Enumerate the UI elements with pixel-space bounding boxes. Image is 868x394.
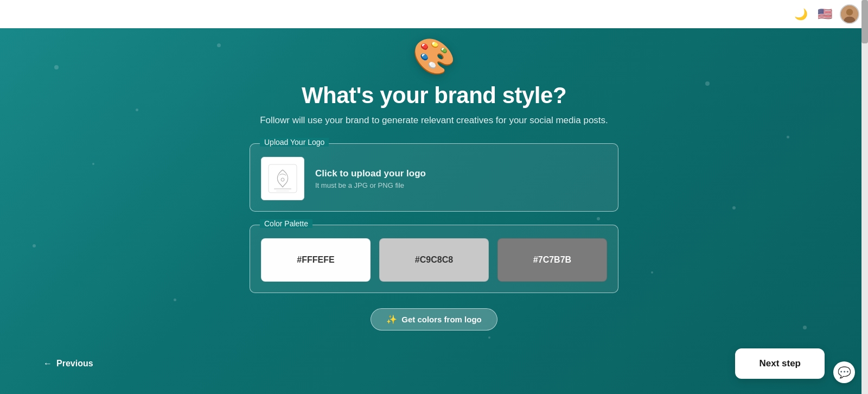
language-selector[interactable]: 🇺🇸	[816, 5, 833, 23]
scrollbar[interactable]	[861, 0, 868, 394]
palette-emoji: 🎨	[412, 39, 456, 74]
svg-rect-6	[276, 190, 289, 192]
moon-icon: 🌙	[794, 8, 808, 21]
previous-label: Previous	[56, 359, 93, 368]
magic-wand-icon: ✨	[386, 314, 397, 325]
upload-logo-section: Upload Your Logo	[250, 143, 618, 212]
user-avatar[interactable]	[840, 4, 859, 24]
upload-legend: Upload Your Logo	[260, 138, 329, 147]
get-colors-button[interactable]: ✨ Get colors from logo	[371, 308, 497, 331]
dark-mode-toggle[interactable]: 🌙	[792, 5, 809, 23]
placeholder-logo-svg	[267, 163, 298, 194]
color-palette-legend: Color Palette	[260, 219, 312, 228]
main-content: 🎨 What's your brand style? Followr will …	[0, 28, 868, 331]
avatar-image	[841, 4, 858, 24]
color-palette-section: Color Palette #FFFEFE #C9C8C8 #7C7B7B	[250, 225, 618, 293]
chat-icon-symbol: 💬	[838, 366, 851, 379]
bottom-navigation: ← Previous Next step	[0, 338, 868, 394]
arrow-left-icon: ←	[43, 359, 52, 368]
color-swatches-container: #FFFEFE #C9C8C8 #7C7B7B	[261, 238, 607, 282]
logo-upload-area[interactable]: Click to upload your logo It must be a J…	[261, 157, 607, 200]
color-swatch-1[interactable]: #FFFEFE	[261, 238, 371, 282]
upload-sub-text: It must be a JPG or PNG file	[315, 181, 426, 189]
scrollbar-thumb[interactable]	[861, 0, 868, 43]
upload-text-block: Click to upload your logo It must be a J…	[315, 168, 426, 189]
get-colors-container: ✨ Get colors from logo	[371, 306, 497, 331]
flag-icon: 🇺🇸	[818, 7, 832, 21]
logo-preview	[261, 157, 304, 200]
upload-main-text: Click to upload your logo	[315, 168, 426, 179]
page-subtitle: Followr will use your brand to generate …	[260, 115, 608, 126]
next-label: Next step	[759, 358, 801, 368]
next-step-button[interactable]: Next step	[735, 348, 825, 379]
logo-placeholder	[266, 162, 299, 195]
upload-logo-box: Upload Your Logo	[250, 143, 618, 212]
page-title: What's your brand style?	[302, 82, 566, 109]
previous-button[interactable]: ← Previous	[43, 359, 93, 368]
color-palette-box: Color Palette #FFFEFE #C9C8C8 #7C7B7B	[250, 225, 618, 293]
get-colors-label: Get colors from logo	[401, 315, 482, 324]
svg-rect-5	[274, 188, 291, 189]
color-swatch-3[interactable]: #7C7B7B	[497, 238, 607, 282]
topbar: 🌙 🇺🇸	[0, 0, 868, 28]
svg-point-1	[846, 9, 853, 15]
color-swatch-2[interactable]: #C9C8C8	[379, 238, 489, 282]
chat-button[interactable]: 💬	[833, 361, 855, 383]
